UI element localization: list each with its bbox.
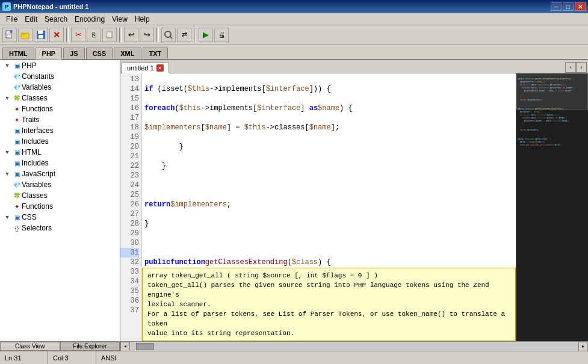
line-num-37: 37: [120, 306, 139, 315]
sidebar-item-variables[interactable]: 💎 Variables: [0, 82, 120, 93]
editor-container: 13 14 15 16 17 18 19 20 21 22 23 24 25 2…: [120, 73, 588, 341]
sidebar-tree[interactable]: ▼ ▣ PHP 💎 Constants 💎 Variables ▼ 🍀 Clas…: [0, 60, 120, 341]
expand-css-icon[interactable]: ▼: [2, 212, 12, 222]
main-layout: ▼ ▣ PHP 💎 Constants 💎 Variables ▼ 🍀 Clas…: [0, 60, 588, 351]
sidebar-item-constants[interactable]: 💎 Constants: [0, 71, 120, 82]
code-line-17: }: [144, 161, 513, 171]
run-button[interactable]: ▶: [199, 28, 213, 42]
sidebar-item-classes-label: Classes: [22, 94, 48, 102]
sidebar-item-includes-php[interactable]: ▣ Includes: [0, 136, 120, 147]
line-num-20: 20: [120, 142, 139, 152]
sidebar-item-includes-html[interactable]: ▣ Includes: [0, 158, 120, 168]
save-button[interactable]: [34, 28, 48, 42]
code-line-15: $implementers[$name] = $this->classes[$n…: [144, 123, 513, 132]
sidebar-item-selectors-label: Selectors: [22, 224, 52, 232]
code-line-21: [144, 238, 513, 248]
replace-button[interactable]: ⇄: [177, 28, 191, 42]
menubar: File Edit Search Encoding View Help: [0, 13, 588, 25]
file-explorer-tab[interactable]: File Explorer: [60, 342, 120, 351]
tab-html[interactable]: HTML: [2, 48, 34, 59]
close-button[interactable]: ✕: [575, 2, 586, 11]
minimize-button[interactable]: ─: [551, 2, 562, 11]
sidebar-item-classes-js[interactable]: 🍀 Classes: [0, 190, 120, 201]
hscroll-right-button[interactable]: ▸: [578, 342, 588, 351]
expand-html-icon[interactable]: ▼: [2, 147, 12, 157]
sidebar-item-functions-php[interactable]: ✦ Functions: [0, 103, 120, 114]
tab-php[interactable]: PHP: [36, 48, 63, 60]
line-num-22: 22: [120, 161, 139, 171]
statusbar: Ln:31 Col:3 ANSI: [0, 351, 588, 364]
css-icon: ▣: [12, 212, 22, 222]
close-file-button[interactable]: ✕: [49, 28, 64, 42]
menu-search[interactable]: Search: [41, 14, 71, 25]
line-num-28: 28: [120, 219, 139, 229]
code-line-14: foreach($this->implements[$interface] as…: [144, 103, 513, 113]
class-view-tab[interactable]: Class View: [0, 342, 60, 351]
sidebar-item-functions-js[interactable]: ✦ Functions: [0, 201, 120, 212]
selectors-icon: {}: [12, 223, 22, 233]
hscroll-thumb[interactable]: [136, 343, 154, 350]
line-num-29: 29: [120, 229, 139, 238]
sidebar-item-php[interactable]: ▼ ▣ PHP: [0, 60, 120, 71]
sidebar-item-html-label: HTML: [22, 148, 42, 156]
menu-help[interactable]: Help: [131, 14, 153, 25]
sidebar-item-classes[interactable]: ▼ 🍀 Classes: [0, 93, 120, 103]
tab-js[interactable]: JS: [63, 48, 84, 59]
copy-button[interactable]: ⎘: [87, 28, 101, 42]
minimap-viewport[interactable]: [516, 73, 588, 110]
titlebar: P PHPNotepad - untitled 1 ─ □ ✕: [0, 0, 588, 13]
expand-classes-icon[interactable]: ▼: [2, 93, 12, 103]
doc-tab-untitled1[interactable]: untitled 1 ✕: [122, 63, 169, 73]
sidebar-item-includes-html-label: Includes: [22, 159, 49, 167]
expand-js-icon[interactable]: ▼: [2, 169, 12, 179]
sidebar-item-selectors[interactable]: {} Selectors: [0, 223, 120, 233]
variables-js-icon: 💎: [12, 180, 22, 190]
tab-txt[interactable]: TXT: [143, 48, 169, 59]
new-button[interactable]: [2, 28, 17, 42]
code-container[interactable]: 13 14 15 16 17 18 19 20 21 22 23 24 25 2…: [120, 73, 516, 341]
sidebar-item-variables-js[interactable]: 💎 Variables: [0, 179, 120, 190]
print-button[interactable]: 🖨: [214, 28, 229, 42]
menu-edit[interactable]: Edit: [21, 14, 41, 25]
svg-rect-7: [39, 35, 43, 39]
status-encoding: ANSI: [96, 351, 144, 364]
status-col-label: Col:3: [53, 354, 69, 362]
menu-file[interactable]: File: [2, 14, 21, 25]
paste-button[interactable]: 📋: [102, 28, 117, 42]
expand-php-icon[interactable]: ▼: [2, 61, 12, 70]
app-icon: P: [2, 2, 11, 11]
doc-tab-close-button[interactable]: ✕: [156, 64, 164, 72]
tab-css[interactable]: CSS: [86, 48, 113, 59]
undo-button[interactable]: ↩: [124, 28, 138, 42]
line-num-14: 14: [120, 84, 139, 94]
cut-button[interactable]: ✂: [71, 28, 85, 42]
redo-button[interactable]: ↪: [140, 28, 154, 42]
tab-prev-button[interactable]: ‹: [565, 62, 576, 73]
toolbar-sep-3: [156, 28, 159, 42]
tab-next-button[interactable]: ›: [576, 62, 587, 73]
line-num-33: 33: [120, 267, 139, 277]
sidebar-item-html[interactable]: ▼ ▣ HTML: [0, 147, 120, 158]
line-num-15: 15: [120, 94, 139, 103]
line-num-13: 13: [120, 75, 139, 84]
code-line-16: }: [144, 142, 513, 152]
sidebar-item-traits[interactable]: ✦ Traits: [0, 114, 120, 125]
line-num-32: 32: [120, 258, 139, 267]
svg-rect-6: [38, 31, 43, 34]
maximize-button[interactable]: □: [563, 2, 574, 11]
find-button[interactable]: [161, 28, 176, 42]
toolbar: ✕ ✂ ⎘ 📋 ↩ ↪ ⇄ ▶ 🖨: [0, 25, 588, 45]
sidebar-item-javascript[interactable]: ▼ ▣ JavaScript: [0, 168, 120, 179]
line-num-36: 36: [120, 296, 139, 306]
menu-view[interactable]: View: [108, 14, 131, 25]
sidebar-item-css[interactable]: ▼ ▣ CSS: [0, 212, 120, 223]
menu-encoding[interactable]: Encoding: [71, 14, 108, 25]
code-scroll[interactable]: if (isset($this->implements[$interface])…: [142, 73, 516, 341]
hscroll-track[interactable]: [130, 343, 578, 350]
open-button[interactable]: [18, 28, 32, 42]
line-num-19: 19: [120, 132, 139, 142]
sidebar-item-interfaces[interactable]: ▣ Interfaces: [0, 125, 120, 136]
hscroll-left-button[interactable]: ◂: [120, 342, 130, 351]
functions-php-icon: ✦: [12, 104, 22, 114]
tab-xml[interactable]: XML: [114, 48, 141, 59]
